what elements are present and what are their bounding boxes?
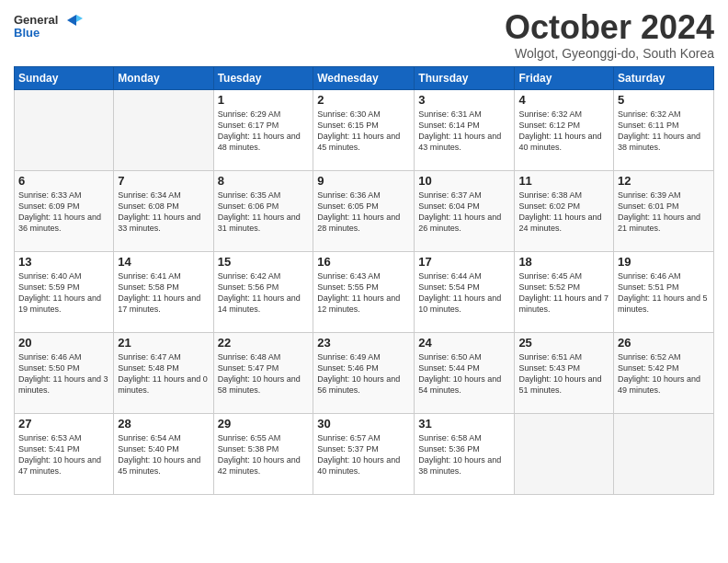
day-info: Sunrise: 6:57 AMSunset: 5:37 PMDaylight:… xyxy=(317,432,410,477)
day-info: Sunrise: 6:43 AMSunset: 5:55 PMDaylight:… xyxy=(317,270,410,316)
day-info: Sunrise: 6:32 AMSunset: 6:11 PMDaylight:… xyxy=(618,109,710,154)
day-cell: 9Sunrise: 6:36 AMSunset: 6:05 PMDaylight… xyxy=(313,170,415,251)
day-cell: 17Sunrise: 6:44 AMSunset: 5:54 PMDayligh… xyxy=(415,251,515,332)
day-cell: 5Sunrise: 6:32 AMSunset: 6:11 PMDaylight… xyxy=(614,89,714,170)
day-info: Sunrise: 6:32 AMSunset: 6:12 PMDaylight:… xyxy=(518,109,609,154)
week-row-1: 1Sunrise: 6:29 AMSunset: 6:17 PMDaylight… xyxy=(15,89,714,170)
day-number: 17 xyxy=(418,255,510,269)
calendar-table: SundayMondayTuesdayWednesdayThursdayFrid… xyxy=(14,66,714,495)
day-number: 31 xyxy=(418,417,510,431)
day-number: 5 xyxy=(618,93,710,107)
svg-text:Blue: Blue xyxy=(14,26,40,40)
day-number: 4 xyxy=(518,93,609,107)
weekday-header-row: SundayMondayTuesdayWednesdayThursdayFrid… xyxy=(15,66,714,89)
day-cell xyxy=(114,89,213,170)
day-cell: 21Sunrise: 6:47 AMSunset: 5:48 PMDayligh… xyxy=(114,332,213,413)
day-info: Sunrise: 6:30 AMSunset: 6:15 PMDaylight:… xyxy=(317,109,410,154)
day-cell: 31Sunrise: 6:58 AMSunset: 5:36 PMDayligh… xyxy=(415,413,515,494)
day-info: Sunrise: 6:31 AMSunset: 6:14 PMDaylight:… xyxy=(418,109,510,154)
day-info: Sunrise: 6:33 AMSunset: 6:09 PMDaylight:… xyxy=(18,190,109,235)
day-cell xyxy=(614,413,714,494)
day-number: 6 xyxy=(18,174,109,188)
day-cell: 16Sunrise: 6:43 AMSunset: 5:55 PMDayligh… xyxy=(313,251,415,332)
day-number: 3 xyxy=(418,93,510,107)
day-cell: 18Sunrise: 6:45 AMSunset: 5:52 PMDayligh… xyxy=(515,251,614,332)
day-number: 13 xyxy=(18,255,109,269)
day-info: Sunrise: 6:34 AMSunset: 6:08 PMDaylight:… xyxy=(118,190,209,235)
day-number: 16 xyxy=(317,255,410,269)
day-cell: 24Sunrise: 6:50 AMSunset: 5:44 PMDayligh… xyxy=(415,332,515,413)
title-block: October 2024 Wolgot, Gyeonggi-do, South … xyxy=(505,9,714,61)
day-info: Sunrise: 6:44 AMSunset: 5:54 PMDaylight:… xyxy=(418,270,510,316)
day-number: 2 xyxy=(317,93,410,107)
day-cell: 25Sunrise: 6:51 AMSunset: 5:43 PMDayligh… xyxy=(515,332,614,413)
day-number: 25 xyxy=(518,336,609,350)
day-info: Sunrise: 6:50 AMSunset: 5:44 PMDaylight:… xyxy=(418,351,510,396)
day-info: Sunrise: 6:29 AMSunset: 6:17 PMDaylight:… xyxy=(218,109,310,154)
week-row-5: 27Sunrise: 6:53 AMSunset: 5:41 PMDayligh… xyxy=(15,413,714,494)
day-number: 19 xyxy=(618,255,710,269)
day-number: 22 xyxy=(218,336,310,350)
day-number: 14 xyxy=(118,255,209,269)
day-info: Sunrise: 6:52 AMSunset: 5:42 PMDaylight:… xyxy=(618,351,710,396)
day-number: 27 xyxy=(18,417,109,431)
day-info: Sunrise: 6:45 AMSunset: 5:52 PMDaylight:… xyxy=(518,270,609,316)
day-info: Sunrise: 6:46 AMSunset: 5:51 PMDaylight:… xyxy=(618,270,710,316)
day-cell xyxy=(15,89,114,170)
day-info: Sunrise: 6:58 AMSunset: 5:36 PMDaylight:… xyxy=(418,432,510,477)
day-cell: 7Sunrise: 6:34 AMSunset: 6:08 PMDaylight… xyxy=(114,170,213,251)
day-number: 10 xyxy=(418,174,510,188)
week-row-2: 6Sunrise: 6:33 AMSunset: 6:09 PMDaylight… xyxy=(15,170,714,251)
day-cell: 10Sunrise: 6:37 AMSunset: 6:04 PMDayligh… xyxy=(415,170,515,251)
day-cell: 19Sunrise: 6:46 AMSunset: 5:51 PMDayligh… xyxy=(614,251,714,332)
day-info: Sunrise: 6:51 AMSunset: 5:43 PMDaylight:… xyxy=(518,351,609,396)
day-info: Sunrise: 6:37 AMSunset: 6:04 PMDaylight:… xyxy=(418,190,510,235)
day-number: 30 xyxy=(317,417,410,431)
day-number: 24 xyxy=(418,336,510,350)
day-cell: 12Sunrise: 6:39 AMSunset: 6:01 PMDayligh… xyxy=(614,170,714,251)
day-number: 11 xyxy=(518,174,609,188)
day-number: 1 xyxy=(218,93,310,107)
logo-icon: General Blue xyxy=(14,9,87,44)
day-cell: 1Sunrise: 6:29 AMSunset: 6:17 PMDaylight… xyxy=(213,89,313,170)
day-info: Sunrise: 6:53 AMSunset: 5:41 PMDaylight:… xyxy=(18,432,109,477)
weekday-header-saturday: Saturday xyxy=(614,66,714,89)
weekday-header-wednesday: Wednesday xyxy=(313,66,415,89)
day-cell: 29Sunrise: 6:55 AMSunset: 5:38 PMDayligh… xyxy=(213,413,313,494)
svg-marker-2 xyxy=(67,15,76,26)
day-cell: 3Sunrise: 6:31 AMSunset: 6:14 PMDaylight… xyxy=(415,89,515,170)
weekday-header-sunday: Sunday xyxy=(15,66,114,89)
day-cell: 22Sunrise: 6:48 AMSunset: 5:47 PMDayligh… xyxy=(213,332,313,413)
weekday-header-tuesday: Tuesday xyxy=(213,66,313,89)
day-number: 18 xyxy=(518,255,609,269)
day-cell xyxy=(515,413,614,494)
day-info: Sunrise: 6:35 AMSunset: 6:06 PMDaylight:… xyxy=(218,190,310,235)
weekday-header-thursday: Thursday xyxy=(415,66,515,89)
day-cell: 14Sunrise: 6:41 AMSunset: 5:58 PMDayligh… xyxy=(114,251,213,332)
day-number: 21 xyxy=(118,336,209,350)
day-cell: 20Sunrise: 6:46 AMSunset: 5:50 PMDayligh… xyxy=(15,332,114,413)
location-subtitle: Wolgot, Gyeonggi-do, South Korea xyxy=(505,46,714,61)
day-number: 28 xyxy=(118,417,209,431)
day-number: 23 xyxy=(317,336,410,350)
day-number: 20 xyxy=(18,336,109,350)
day-info: Sunrise: 6:41 AMSunset: 5:58 PMDaylight:… xyxy=(118,270,209,316)
day-info: Sunrise: 6:40 AMSunset: 5:59 PMDaylight:… xyxy=(18,270,109,316)
day-cell: 27Sunrise: 6:53 AMSunset: 5:41 PMDayligh… xyxy=(15,413,114,494)
day-cell: 6Sunrise: 6:33 AMSunset: 6:09 PMDaylight… xyxy=(15,170,114,251)
weekday-header-friday: Friday xyxy=(515,66,614,89)
logo: General Blue xyxy=(14,9,87,44)
day-cell: 15Sunrise: 6:42 AMSunset: 5:56 PMDayligh… xyxy=(213,251,313,332)
day-info: Sunrise: 6:39 AMSunset: 6:01 PMDaylight:… xyxy=(618,190,710,235)
day-number: 8 xyxy=(218,174,310,188)
svg-marker-3 xyxy=(76,15,83,22)
day-number: 26 xyxy=(618,336,710,350)
day-info: Sunrise: 6:46 AMSunset: 5:50 PMDaylight:… xyxy=(18,351,109,396)
day-cell: 28Sunrise: 6:54 AMSunset: 5:40 PMDayligh… xyxy=(114,413,213,494)
day-info: Sunrise: 6:42 AMSunset: 5:56 PMDaylight:… xyxy=(218,270,310,316)
day-cell: 26Sunrise: 6:52 AMSunset: 5:42 PMDayligh… xyxy=(614,332,714,413)
day-info: Sunrise: 6:55 AMSunset: 5:38 PMDaylight:… xyxy=(218,432,310,477)
day-cell: 30Sunrise: 6:57 AMSunset: 5:37 PMDayligh… xyxy=(313,413,415,494)
day-cell: 4Sunrise: 6:32 AMSunset: 6:12 PMDaylight… xyxy=(515,89,614,170)
day-number: 15 xyxy=(218,255,310,269)
